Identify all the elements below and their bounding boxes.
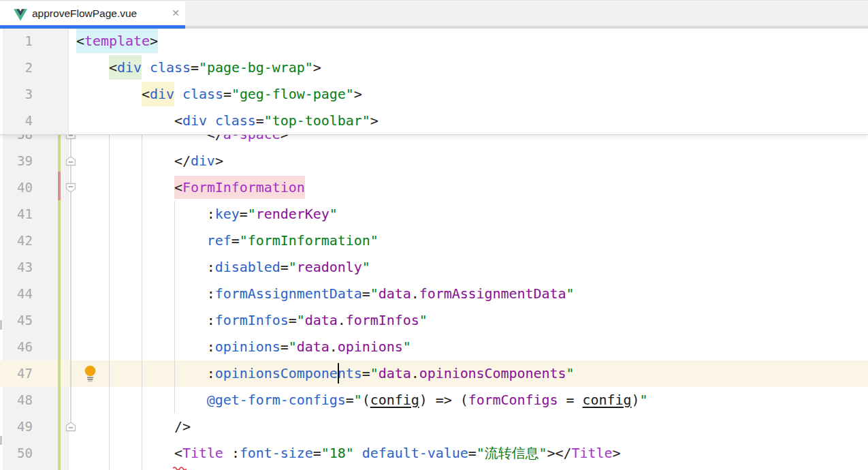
code-token: Title <box>182 445 223 461</box>
code-token: </ <box>555 445 571 461</box>
line-number: 50 <box>0 440 33 467</box>
code-token <box>76 59 109 76</box>
line-number: 48 <box>0 387 33 413</box>
code-token: div <box>117 55 142 80</box>
code-token: > <box>150 29 158 53</box>
code-line[interactable]: 46 :opinions="data.opinions" <box>0 334 868 360</box>
code-line[interactable]: 43 :disabled="readonly" <box>0 254 868 281</box>
code-text: ref="formInformation" <box>76 228 379 254</box>
code-token: = <box>558 392 583 408</box>
code-token: " <box>297 312 305 328</box>
code-token: formAssignmentData <box>419 285 566 302</box>
editor-tab[interactable]: approveFlowPage.vue ✕ <box>0 1 185 25</box>
code-text: :disabled="readonly" <box>76 254 370 281</box>
code-token: data <box>305 312 338 328</box>
code-text: <FormInformation <box>76 174 305 201</box>
code-line[interactable]: 39 </div> <box>0 148 868 174</box>
code-token: font-size <box>240 445 313 461</box>
code-token: "18" <box>321 445 354 461</box>
code-token: data <box>379 285 411 302</box>
code-token: < <box>174 445 182 461</box>
code-token: config <box>370 392 419 408</box>
code-token: = <box>362 365 370 381</box>
code-token: " <box>370 365 379 381</box>
code-token <box>76 206 207 222</box>
code-token: " <box>639 392 647 408</box>
line-number: 43 <box>0 254 33 281</box>
code-token: " <box>329 206 338 222</box>
line-number: 39 <box>0 148 33 174</box>
code-token: = <box>256 112 264 129</box>
code-token: ref <box>207 232 231 249</box>
code-token <box>174 86 182 102</box>
error-squiggle-icon <box>173 460 187 470</box>
code-token: = <box>289 312 297 328</box>
code-token: div <box>150 82 174 106</box>
code-token: FormInformation <box>182 176 305 199</box>
code-token <box>76 285 207 302</box>
code-token: " <box>289 339 297 355</box>
line-number: 1 <box>0 28 33 54</box>
code-text: <Title :font-size="18" default-value="流转… <box>76 440 620 467</box>
code-line[interactable]: 4 <div class="top-toolbar"> <box>0 108 868 134</box>
code-text: :opinionsComponents="data.opinionsCompon… <box>76 360 575 387</box>
code-token: " <box>370 285 379 302</box>
line-number: 4 <box>0 108 33 134</box>
code-text: :formAssignmentData="data.formAssignment… <box>76 281 575 307</box>
code-line[interactable]: 48 @get-form-configs="(config) => (formC… <box>0 387 868 413</box>
code-line[interactable]: 42 ref="formInformation" <box>0 228 868 254</box>
line-number: 2 <box>0 54 33 81</box>
code-line[interactable]: 49 /> <box>0 413 868 440</box>
code-token: = <box>346 392 354 408</box>
code-token: : <box>207 312 215 328</box>
code-token: ( <box>362 392 370 408</box>
line-number: 3 <box>0 81 33 108</box>
fold-start-icon[interactable] <box>65 183 77 193</box>
code-token: formInfos <box>215 312 289 328</box>
code-token: opinions <box>215 339 280 355</box>
code-token: " <box>566 365 575 381</box>
code-token: : <box>207 285 215 302</box>
code-token: class <box>215 112 256 129</box>
code-text: @get-form-configs="(config) => (formConf… <box>76 387 647 413</box>
code-token: opinionsComponents <box>215 365 362 381</box>
code-line[interactable]: 40 <FormInformation <box>0 174 868 201</box>
code-token: = <box>280 339 289 355</box>
code-line[interactable]: 45 :formInfos="data.formInfos" <box>0 307 868 334</box>
text-caret <box>338 363 339 383</box>
code-token: : <box>231 445 240 461</box>
vue-logo-icon <box>14 9 27 21</box>
code-token <box>76 259 207 275</box>
code-token: " <box>539 445 547 461</box>
code-token: ) <box>631 392 639 408</box>
code-line[interactable]: 3 <div class="geg-flow-page"> <box>0 81 868 108</box>
code-line[interactable]: 41 :key="renderKey" <box>0 201 868 228</box>
close-icon[interactable]: ✕ <box>167 1 184 25</box>
code-line[interactable]: 47 :opinionsComponents="data.opinionsCom… <box>0 360 868 387</box>
line-number: 40 <box>0 174 33 201</box>
code-token: readonly <box>297 259 362 275</box>
code-token: config <box>583 392 632 408</box>
code-text: /> <box>76 413 191 440</box>
code-token: : <box>207 259 215 275</box>
code-token: " <box>477 445 485 461</box>
code-token: "top-toolbar" <box>264 112 370 129</box>
fold-end-icon[interactable] <box>65 156 77 166</box>
code-token: = <box>280 259 289 275</box>
code-token <box>76 179 174 195</box>
code-line[interactable]: 50 <Title :font-size="18" default-value=… <box>0 440 868 467</box>
fold-end-icon[interactable] <box>65 422 77 432</box>
code-token: formConfigs <box>468 392 558 408</box>
line-number: 41 <box>0 201 33 228</box>
code-token: disabled <box>215 259 280 275</box>
line-number: 47 <box>0 360 33 387</box>
code-line[interactable]: 1<template> <box>0 28 868 54</box>
line-number: 44 <box>0 281 33 307</box>
code-token: > <box>313 59 321 76</box>
code-token: opinionsComponents <box>419 365 566 381</box>
code-token: div <box>182 112 207 129</box>
code-token <box>354 445 362 461</box>
code-line[interactable]: 44 :formAssignmentData="data.formAssignm… <box>0 281 868 307</box>
code-line[interactable]: 2 <div class="page-bg-wrap"> <box>0 54 868 81</box>
code-token: default-value <box>362 445 468 461</box>
